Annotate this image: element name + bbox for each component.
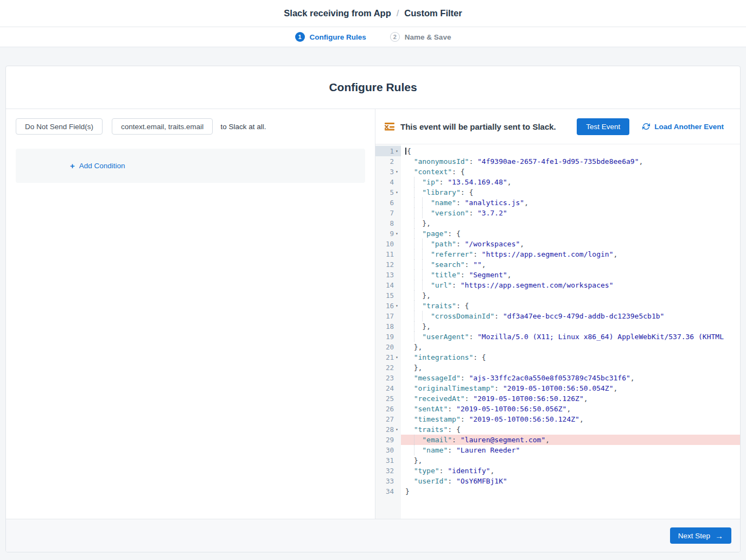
code-line[interactable]: "traits": { [401,301,740,311]
code-line[interactable]: "type": "identify", [401,466,740,476]
gutter-line-number: 24 [375,383,401,393]
add-condition-button[interactable]: + Add Condition [70,161,125,170]
fold-arrow-icon[interactable]: ▾ [394,424,400,435]
load-another-event-button[interactable]: Load Another Event [642,123,724,131]
gutter-line-number: 25 [375,393,401,404]
editor-code-area[interactable]: {"anonymousId": "4f9390ae-2657-4fe1-9d95… [401,144,740,519]
arrow-right-icon: → [715,531,723,540]
gutter-line-number: 4 [375,177,401,187]
code-line[interactable]: "name": "analytics.js", [401,198,740,208]
gutter-line-number: 6 [375,198,401,208]
code-line[interactable]: }, [401,362,740,373]
gutter-line-number: 30 [375,445,401,455]
refresh-icon [642,123,650,130]
gutter-line-number: 14 [375,280,401,290]
gutter-line-number: 17 [375,311,401,321]
code-line[interactable]: "referrer": "https://app.segment.com/log… [401,249,740,259]
step-name-and-save[interactable]: 2 Name & Save [390,32,451,42]
breadcrumb-separator: / [397,8,399,18]
code-line[interactable]: }, [401,342,740,352]
gutter-line-number: 11 [375,249,401,259]
step-1-label: Configure Rules [310,33,366,41]
code-line[interactable]: "library": { [401,187,740,198]
code-line[interactable]: "page": { [401,228,740,239]
step-1-circle: 1 [295,32,305,42]
code-line[interactable]: "title": "Segment", [401,270,740,280]
event-status-text: This event will be partially sent to Sla… [400,122,577,131]
code-line[interactable]: "crossDomainId": "df3a47ee-bcc9-479d-add… [401,311,740,321]
code-line[interactable]: "originalTimestamp": "2019-05-10T00:56:5… [401,383,740,393]
gutter-line-number: 23 [375,373,401,383]
fold-arrow-icon[interactable]: ▾ [394,352,400,362]
field-action-button[interactable]: Do Not Send Field(s) [16,118,103,135]
code-line[interactable]: "timestamp": "2019-05-10T00:56:50.124Z", [401,414,740,424]
next-step-button[interactable]: Next Step → [670,527,731,544]
code-line[interactable]: "url": "https://app.segment.com/workspac… [401,280,740,290]
gutter-line-number: 10 [375,239,401,249]
fold-arrow-icon[interactable]: ▾ [394,167,400,177]
test-event-button[interactable]: Test Event [577,118,629,135]
code-line[interactable]: }, [401,290,740,301]
breadcrumb-destination[interactable]: Slack receiving from App [284,8,391,18]
code-line[interactable]: "traits": { [401,424,740,435]
code-line[interactable]: "path": "/workspaces", [401,239,740,249]
step-2-circle: 2 [390,32,400,42]
text-cursor [405,148,406,155]
fold-arrow-icon[interactable]: ▾ [394,228,400,239]
gutter-line-number: 8 [375,218,401,228]
breadcrumb: Slack receiving from App / Custom Filter [284,8,462,18]
gutter-line-number: 27 [375,414,401,424]
code-line[interactable]: "userId": "OsY6MFBj1K" [401,476,740,486]
code-line[interactable]: }, [401,218,740,228]
gutter-line-number: 5▾ [375,187,401,198]
fold-arrow-icon[interactable]: ▾ [394,187,400,198]
code-line[interactable]: "anonymousId": "4f9390ae-2657-4fe1-9d95-… [401,156,740,167]
next-step-label: Next Step [678,532,710,540]
gutter-line-number: 26 [375,404,401,414]
code-line[interactable]: "email": "lauren@segment.com", [401,435,740,445]
json-event-editor[interactable]: 1▾23▾45▾6789▾10111213141516▾1718192021▾2… [375,144,740,519]
step-2-label: Name & Save [405,33,451,41]
code-line[interactable]: "userAgent": "Mozilla/5.0 (X11; Linux x8… [401,332,740,342]
gutter-line-number: 22 [375,362,401,373]
code-line[interactable]: "receivedAt": "2019-05-10T00:56:50.126Z"… [401,393,740,404]
gutter-line-number: 9▾ [375,228,401,239]
code-line[interactable]: "version": "3.7.2" [401,208,740,218]
code-line[interactable]: "sentAt": "2019-05-10T00:56:50.056Z", [401,404,740,414]
fold-arrow-icon[interactable]: ▾ [394,301,400,311]
editor-gutter: 1▾23▾45▾6789▾10111213141516▾1718192021▾2… [375,144,401,519]
gutter-line-number: 15 [375,290,401,301]
fields-value-button[interactable]: context.email, traits.email [112,118,213,135]
plus-icon: + [70,161,75,170]
breadcrumb-current-page: Custom Filter [404,8,462,18]
step-configure-rules[interactable]: 1 Configure Rules [295,32,366,42]
code-line[interactable]: "integrations": { [401,352,740,362]
rule-condition-row: Do Not Send Field(s) context.email, trai… [16,118,365,135]
code-line[interactable]: "name": "Lauren Reeder" [401,445,740,455]
code-line[interactable]: { [401,146,740,156]
gutter-line-number: 12 [375,259,401,270]
gutter-line-number: 32 [375,466,401,476]
card-footer: Next Step → [6,519,740,552]
fold-arrow-icon[interactable]: ▾ [394,146,400,156]
code-line[interactable]: } [401,486,740,497]
load-another-event-label: Load Another Event [654,123,724,131]
gutter-line-number: 7 [375,208,401,218]
code-line[interactable]: }, [401,321,740,332]
code-line[interactable]: "search": "", [401,259,740,270]
gutter-line-number: 31 [375,455,401,466]
gutter-line-number: 1▾ [375,146,401,156]
page-header: Slack receiving from App / Custom Filter [0,0,746,27]
gutter-line-number: 19 [375,332,401,342]
code-line[interactable]: "messageId": "ajs-33ffc2ac0a550e8f053789… [401,373,740,383]
code-line[interactable]: "ip": "13.54.169.48", [401,177,740,187]
code-line[interactable]: }, [401,455,740,466]
gutter-line-number: 28▾ [375,424,401,435]
gutter-line-number: 13 [375,270,401,280]
code-line[interactable]: "context": { [401,167,740,177]
add-condition-box: + Add Condition [16,149,365,183]
gutter-line-number: 16▾ [375,301,401,311]
event-preview-header: This event will be partially sent to Sla… [375,109,740,144]
card-main: Do Not Send Field(s) context.email, trai… [6,109,740,519]
configure-rules-card: Configure Rules Do Not Send Field(s) con… [5,66,741,552]
